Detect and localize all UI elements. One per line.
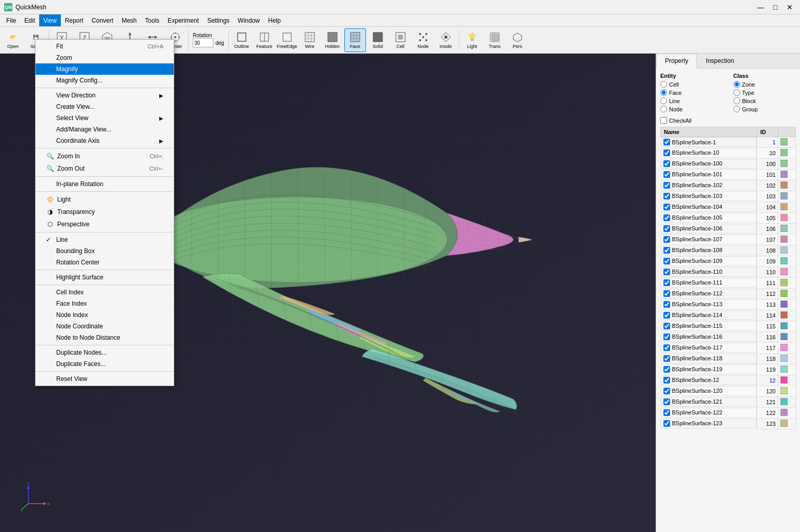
table-row[interactable]: BSplineSurface-111111 xyxy=(661,278,796,289)
row-checkbox[interactable] xyxy=(663,214,670,221)
close-button[interactable]: ✕ xyxy=(784,1,796,13)
menu-perspective[interactable]: ⬡ Perspective xyxy=(36,218,174,230)
row-checkbox[interactable] xyxy=(663,204,670,210)
row-checkbox[interactable] xyxy=(663,171,670,178)
menu-line[interactable]: ✓ Line xyxy=(36,234,174,245)
menu-fit[interactable]: Fit Ctrl+A xyxy=(36,41,174,52)
menu-duplicate-faces[interactable]: Duplicate Faces... xyxy=(36,358,174,370)
toolbar-pers[interactable]: Pers xyxy=(507,28,528,52)
table-row[interactable]: BSplineSurface-1212 xyxy=(661,375,796,386)
menu-report[interactable]: Report xyxy=(61,14,88,26)
menu-magnify[interactable]: Magnify xyxy=(36,63,174,75)
menu-mesh[interactable]: Mesh xyxy=(118,14,141,26)
table-row[interactable]: BSplineSurface-119119 xyxy=(661,364,796,375)
table-row[interactable]: BSplineSurface-11 xyxy=(661,137,796,148)
minimize-button[interactable]: — xyxy=(755,1,767,13)
menu-window[interactable]: Window xyxy=(234,14,264,26)
table-row[interactable]: BSplineSurface-101101 xyxy=(661,170,796,180)
entity-face-radio[interactable] xyxy=(660,89,667,96)
menu-edit[interactable]: Edit xyxy=(20,14,39,26)
menu-bounding-box[interactable]: Bounding Box xyxy=(36,245,174,257)
menu-zoom[interactable]: Zoom xyxy=(36,52,174,63)
menu-node-distance[interactable]: Node to Node Distance xyxy=(36,332,174,343)
class-type-radio[interactable] xyxy=(734,89,740,96)
row-checkbox[interactable] xyxy=(663,409,670,416)
entity-cell-radio[interactable] xyxy=(660,81,667,88)
table-row[interactable]: BSplineSurface-109109 xyxy=(661,256,796,267)
row-checkbox[interactable] xyxy=(663,334,670,340)
table-row[interactable]: BSplineSurface-122122 xyxy=(661,408,796,419)
menu-face-index[interactable]: Face Index xyxy=(36,298,174,309)
toolbar-solid[interactable]: Solid xyxy=(367,28,389,52)
row-checkbox[interactable] xyxy=(663,160,670,167)
menu-experiment[interactable]: Experiment xyxy=(163,14,203,26)
row-checkbox[interactable] xyxy=(663,225,670,232)
table-row[interactable]: BSplineSurface-106106 xyxy=(661,224,796,235)
row-checkbox[interactable] xyxy=(663,279,670,286)
row-checkbox[interactable] xyxy=(663,269,670,275)
class-group-radio[interactable] xyxy=(734,106,740,112)
menu-add-manage-view[interactable]: Add/Manage View... xyxy=(36,124,174,135)
toolbar-light[interactable]: Light xyxy=(461,28,483,52)
table-row[interactable]: BSplineSurface-105105 xyxy=(661,213,796,224)
menu-node-index[interactable]: Node Index xyxy=(36,309,174,321)
toolbar-feature[interactable]: Feature xyxy=(254,28,275,52)
table-scroll[interactable]: Name ID BSplineSurface-11BSplineSurface-… xyxy=(660,127,796,525)
toolbar-hidden[interactable]: Hidden xyxy=(322,28,343,52)
check-all-checkbox[interactable] xyxy=(660,117,667,124)
table-row[interactable]: BSplineSurface-118118 xyxy=(661,354,796,364)
menu-magnify-config[interactable]: Magnify Config... xyxy=(36,75,174,86)
table-row[interactable]: BSplineSurface-100100 xyxy=(661,159,796,170)
menu-select-view[interactable]: Select View ▶ xyxy=(36,112,174,124)
table-row[interactable]: BSplineSurface-104104 xyxy=(661,202,796,213)
table-row[interactable]: BSplineSurface-107107 xyxy=(661,235,796,245)
maximize-button[interactable]: □ xyxy=(769,1,781,13)
menu-convert[interactable]: Convert xyxy=(88,14,118,26)
class-zone-radio[interactable] xyxy=(734,81,740,88)
menu-node-coordinate[interactable]: Node Coordinate xyxy=(36,321,174,332)
toolbar-node[interactable]: Node xyxy=(412,28,434,52)
row-checkbox[interactable] xyxy=(663,139,670,145)
table-row[interactable]: BSplineSurface-113113 xyxy=(661,300,796,310)
menu-help[interactable]: Help xyxy=(264,14,285,26)
toolbar-freeedge[interactable]: FreeEdge xyxy=(276,28,298,52)
table-row[interactable]: BSplineSurface-123123 xyxy=(661,419,796,429)
menu-reset-view[interactable]: Reset View xyxy=(36,373,174,385)
menu-view-direction[interactable]: View Direction ▶ xyxy=(36,90,174,101)
toolbar-cell[interactable]: Cell xyxy=(390,28,411,52)
row-checkbox[interactable] xyxy=(663,377,670,384)
menu-file[interactable]: File xyxy=(2,14,20,26)
row-checkbox[interactable] xyxy=(663,258,670,264)
toolbar-trans[interactable]: Trans xyxy=(484,28,506,52)
entity-node-radio[interactable] xyxy=(660,106,667,112)
class-block-radio[interactable] xyxy=(734,97,740,104)
row-checkbox[interactable] xyxy=(663,290,670,297)
menu-tools[interactable]: Tools xyxy=(141,14,163,26)
table-row[interactable]: BSplineSurface-108108 xyxy=(661,245,796,256)
menu-highlight-surface[interactable]: Highlight Surface xyxy=(36,272,174,283)
table-row[interactable]: BSplineSurface-102102 xyxy=(661,180,796,191)
table-row[interactable]: BSplineSurface-1010 xyxy=(661,148,796,159)
table-row[interactable]: BSplineSurface-117117 xyxy=(661,343,796,354)
entity-line-radio[interactable] xyxy=(660,97,667,104)
row-checkbox[interactable] xyxy=(663,312,670,319)
table-row[interactable]: BSplineSurface-114114 xyxy=(661,310,796,321)
toolbar-open[interactable]: 📂 Open xyxy=(2,28,24,52)
menu-transparency[interactable]: ◑ Transparency xyxy=(36,206,174,218)
menu-view[interactable]: View xyxy=(39,14,61,26)
row-checkbox[interactable] xyxy=(663,149,670,156)
row-checkbox[interactable] xyxy=(663,193,670,200)
menu-duplicate-nodes[interactable]: Duplicate Nodes... xyxy=(36,347,174,358)
row-checkbox[interactable] xyxy=(663,398,670,405)
menu-coordinate-axis[interactable]: Coordinate Axis ▶ xyxy=(36,135,174,146)
table-row[interactable]: BSplineSurface-116116 xyxy=(661,332,796,343)
row-checkbox[interactable] xyxy=(663,344,670,351)
row-checkbox[interactable] xyxy=(663,236,670,243)
row-checkbox[interactable] xyxy=(663,366,670,373)
toolbar-wire[interactable]: Wire xyxy=(299,28,321,52)
menu-zoom-in[interactable]: 🔍 Zoom In Ctrl+; xyxy=(36,150,174,162)
row-checkbox[interactable] xyxy=(663,420,670,427)
tab-property[interactable]: Property xyxy=(656,54,697,69)
table-row[interactable]: BSplineSurface-120120 xyxy=(661,386,796,397)
table-row[interactable]: BSplineSurface-103103 xyxy=(661,191,796,202)
